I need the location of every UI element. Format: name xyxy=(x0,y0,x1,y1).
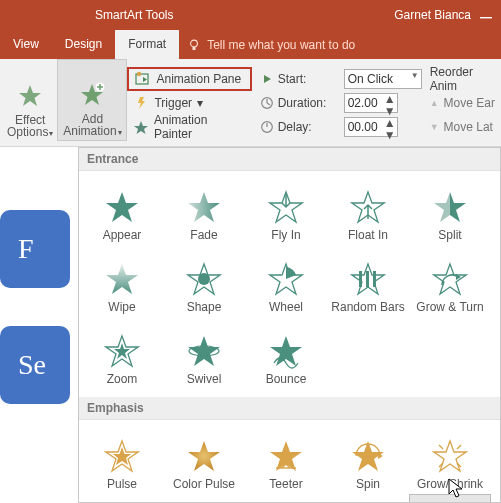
svg-marker-18 xyxy=(450,192,466,222)
ribbon: Effect Options▾ Add Animation▾ Animation… xyxy=(0,59,501,147)
emphasis-transparency[interactable]: Transparency xyxy=(327,494,409,503)
tab-strip: View Design Format Tell me what you want… xyxy=(0,30,501,59)
svg-marker-15 xyxy=(188,192,220,222)
svg-marker-14 xyxy=(106,192,138,222)
delay-label: Delay: xyxy=(278,120,340,134)
duration-label: Duration: xyxy=(278,96,340,110)
entrance-swivel[interactable]: Swivel xyxy=(163,317,245,389)
svg-marker-10 xyxy=(134,121,148,134)
minimize-icon[interactable] xyxy=(479,7,493,21)
reorder-label: Reorder Anim xyxy=(430,67,501,91)
tab-view[interactable]: View xyxy=(0,30,52,59)
svg-marker-38 xyxy=(270,441,302,471)
start-icon xyxy=(260,72,274,86)
emphasis-pulse[interactable]: Pulse xyxy=(81,422,163,494)
titlebar: SmartArt Tools Garnet Bianca xyxy=(0,0,501,30)
tell-me[interactable]: Tell me what you want to do xyxy=(187,38,355,52)
svg-marker-3 xyxy=(19,85,41,106)
animation-pane-icon xyxy=(135,71,151,87)
svg-marker-19 xyxy=(434,192,450,222)
reorder-group: Reorder Anim ▲Move Ear ▼Move Lat xyxy=(430,59,501,146)
trigger-icon xyxy=(133,95,149,111)
entrance-grid: AppearFadeFly InFloat InSplitWipeShapeWh… xyxy=(79,171,500,397)
duration-spin[interactable]: 02.00▲▼ xyxy=(344,93,398,113)
advanced-animation-group: Animation Pane Trigger▾ Animation Painte… xyxy=(127,59,251,146)
item-label: Fly In xyxy=(271,228,300,242)
item-label: Random Bars xyxy=(331,300,404,314)
svg-rect-26 xyxy=(366,271,369,287)
emphasis-object-color[interactable]: Object Color xyxy=(409,494,491,503)
svg-marker-32 xyxy=(188,336,220,366)
emphasis-color-pulse[interactable]: Color Pulse xyxy=(163,422,245,494)
entrance-zoom[interactable]: Zoom xyxy=(81,317,163,389)
add-animation-button[interactable]: Add Animation▾ xyxy=(57,59,127,141)
entrance-wipe[interactable]: Wipe xyxy=(81,245,163,317)
svg-rect-27 xyxy=(373,271,376,287)
entrance-random-bars[interactable]: Random Bars xyxy=(327,245,409,317)
trigger-label: Trigger xyxy=(154,96,192,110)
item-label: Bounce xyxy=(266,372,307,386)
item-label: Teeter xyxy=(269,477,302,491)
emphasis-desaturate[interactable]: Desaturate xyxy=(81,494,163,503)
tab-design[interactable]: Design xyxy=(52,30,115,59)
move-later-button[interactable]: ▼Move Lat xyxy=(430,115,501,139)
emphasis-header: Emphasis xyxy=(79,397,500,420)
svg-marker-37 xyxy=(188,441,220,471)
move-earlier-button[interactable]: ▲Move Ear xyxy=(430,91,501,115)
entrance-header: Entrance xyxy=(79,148,500,171)
item-label: Grow & Turn xyxy=(416,300,483,314)
entrance-float-in[interactable]: Float In xyxy=(327,173,409,245)
emphasis-lighten[interactable]: Lighten xyxy=(245,494,327,503)
svg-marker-28 xyxy=(434,264,466,294)
animation-pane-label: Animation Pane xyxy=(156,72,241,86)
animation-painter-button[interactable]: Animation Painter xyxy=(127,115,251,139)
effect-options-icon xyxy=(15,81,45,111)
item-label: Pulse xyxy=(107,477,137,491)
add-animation-label: Add Animation▾ xyxy=(63,113,121,138)
item-label: Shape xyxy=(187,300,222,314)
effect-options-button[interactable]: Effect Options▾ xyxy=(3,59,57,141)
timing-group: Start: On Click▼ Duration: 02.00▲▼ Delay… xyxy=(260,59,422,146)
entrance-grow-turn[interactable]: Grow & Turn xyxy=(409,245,491,317)
entrance-split[interactable]: Split xyxy=(409,173,491,245)
entrance-wheel[interactable]: Wheel xyxy=(245,245,327,317)
item-label: Float In xyxy=(348,228,388,242)
lightbulb-icon xyxy=(187,38,201,52)
item-label: Split xyxy=(438,228,461,242)
tab-format[interactable]: Format xyxy=(115,30,179,59)
smartart-shape-2[interactable]: Se xyxy=(0,326,70,404)
effect-options-label: Effect Options▾ xyxy=(7,114,53,139)
emphasis-spin[interactable]: Spin xyxy=(327,422,409,494)
animation-pane-button[interactable]: Animation Pane xyxy=(127,67,251,91)
emphasis-darken[interactable]: Darken xyxy=(163,494,245,503)
svg-rect-2 xyxy=(193,47,196,50)
tell-me-label: Tell me what you want to do xyxy=(207,38,355,52)
item-label: Fade xyxy=(190,228,217,242)
item-label: Color Pulse xyxy=(173,477,235,491)
smartart-shape-1[interactable]: F xyxy=(0,210,70,288)
start-select[interactable]: On Click▼ xyxy=(344,69,422,89)
delay-icon xyxy=(260,120,274,134)
duration-icon xyxy=(260,96,274,110)
emphasis-teeter[interactable]: Teeter xyxy=(245,422,327,494)
emphasis-grow-shrink[interactable]: Grow/Shrink xyxy=(409,422,491,494)
entrance-appear[interactable]: Appear xyxy=(81,173,163,245)
add-animation-icon xyxy=(77,80,107,110)
svg-marker-20 xyxy=(106,264,138,294)
smartart-tools-label: SmartArt Tools xyxy=(95,8,173,22)
entrance-bounce[interactable]: Bounce xyxy=(245,317,327,389)
svg-rect-25 xyxy=(359,271,362,287)
entrance-fly-in[interactable]: Fly In xyxy=(245,173,327,245)
item-label: Grow/Shrink xyxy=(417,477,483,491)
svg-marker-9 xyxy=(138,97,145,109)
entrance-shape[interactable]: Shape xyxy=(163,245,245,317)
svg-point-22 xyxy=(198,273,210,285)
user-name: Garnet Bianca xyxy=(394,8,471,22)
item-label: Wipe xyxy=(108,300,135,314)
entrance-fade[interactable]: Fade xyxy=(163,173,245,245)
item-label: Zoom xyxy=(107,372,138,386)
trigger-button[interactable]: Trigger▾ xyxy=(127,91,251,115)
animation-painter-label: Animation Painter xyxy=(154,113,246,141)
svg-point-1 xyxy=(191,40,198,47)
delay-spin[interactable]: 00.00▲▼ xyxy=(344,117,398,137)
